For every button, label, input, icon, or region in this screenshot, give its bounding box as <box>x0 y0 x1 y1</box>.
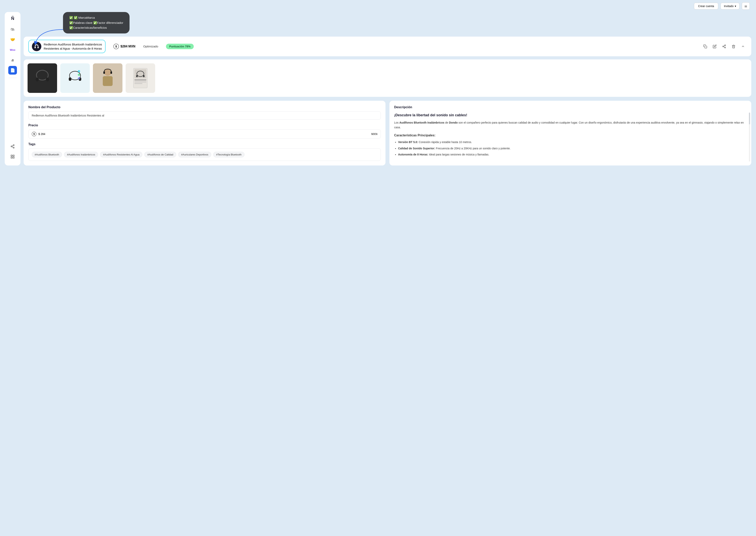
product-image-4[interactable] <box>125 63 155 93</box>
sidebar-item-panel[interactable] <box>8 153 17 161</box>
filter-icon: ⚌ <box>744 4 747 8</box>
price-icon: $ <box>114 44 119 49</box>
sidebar-item-document[interactable]: 📄 <box>8 66 17 75</box>
delete-button[interactable] <box>730 43 737 50</box>
crear-cuenta-button[interactable]: Crear cuenta <box>694 3 718 10</box>
svg-point-13 <box>723 46 724 47</box>
tags-label: Tags <box>28 143 381 146</box>
svg-rect-11 <box>705 46 707 48</box>
copy-button[interactable] <box>702 43 709 50</box>
svg-point-27 <box>78 70 80 72</box>
collapse-button[interactable] <box>739 43 746 50</box>
document-icon: 📄 <box>10 68 15 73</box>
precio-label: Precio <box>28 123 381 127</box>
scrollbar-thumb <box>749 113 750 124</box>
svg-line-4 <box>12 146 13 146</box>
svg-rect-40 <box>134 82 146 83</box>
sidebar-item-amazon[interactable]: a <box>8 56 17 64</box>
tooltip-line3: ✅Características/beneficios <box>69 25 123 30</box>
product-header: Redlemon Audífonos Bluetooth Inalámbrico… <box>24 37 751 56</box>
description-content: ¡Descubre la libertad del sonido sin cab… <box>394 112 746 157</box>
header-actions <box>702 43 746 50</box>
left-panel: Nombre del Producto Precio $ $ 284 MXN T… <box>24 101 386 165</box>
content-area: ✅ ✅ MarcaMarca ✅Palabras clave ✅Factor d… <box>24 12 751 165</box>
feature-3: Autonomía de 8 Horas: Ideal para largas … <box>398 152 746 157</box>
desc-headline: ¡Descubre la libertad del sonido sin cab… <box>394 112 746 118</box>
chevron-down-icon: ▾ <box>735 5 736 8</box>
edit-button[interactable] <box>711 43 718 50</box>
sidebar-item-woo[interactable]: Woo <box>8 46 17 54</box>
tag-6[interactable]: #Tecnología Bluetooth <box>213 152 245 157</box>
product-image-2[interactable] <box>60 63 90 93</box>
nombre-label: Nombre del Producto <box>28 106 381 109</box>
amazon-icon: a <box>12 58 14 62</box>
product-image-3[interactable] <box>93 63 122 93</box>
svg-point-20 <box>36 78 39 82</box>
svg-rect-8 <box>11 157 12 158</box>
svg-point-25 <box>69 77 71 81</box>
share-button[interactable] <box>721 43 728 50</box>
score-badge: Puntuación 78% <box>166 44 193 49</box>
precio-input-row: $ $ 284 MXN <box>28 129 381 139</box>
svg-point-14 <box>725 47 726 48</box>
svg-rect-6 <box>13 155 14 156</box>
tag-5[interactable]: #Auriculares Deportivos <box>178 152 211 157</box>
tooltip-line1: ✅ ✅ MarcaMarca <box>69 15 123 20</box>
svg-rect-31 <box>103 76 113 86</box>
right-panel: Descripción ¡Descubre la libertad del so… <box>390 101 751 165</box>
sidebar-logo: Ñ <box>11 16 14 21</box>
sidebar-item-handshake[interactable]: 🤝 <box>8 35 17 44</box>
sidebar: Ñ 🛍 🤝 Woo a 📄 <box>5 12 20 165</box>
tag-3[interactable]: #Audífonos Resistentes Al Agua <box>100 152 142 157</box>
tag-2[interactable]: #Audífonos Inalámbricos <box>64 152 98 157</box>
product-images <box>24 59 751 97</box>
svg-rect-7 <box>13 157 14 158</box>
product-image-1[interactable] <box>27 63 57 93</box>
svg-rect-39 <box>134 79 146 81</box>
svg-point-29 <box>78 77 80 80</box>
sidebar-item-share[interactable] <box>8 143 17 151</box>
invitado-label: Invitado <box>724 5 734 8</box>
svg-line-15 <box>724 47 725 47</box>
tag-1[interactable]: #Audífonos Bluetooth <box>32 152 62 157</box>
description-title: Descripción <box>394 106 746 109</box>
svg-rect-37 <box>136 75 138 77</box>
svg-rect-33 <box>111 71 112 74</box>
nombre-input[interactable] <box>28 111 381 119</box>
tooltip-bubble: ✅ ✅ MarcaMarca ✅Palabras clave ✅Factor d… <box>63 12 129 33</box>
precio-value: $ 284 <box>38 132 369 136</box>
tag-4[interactable]: #Audífonos de Calidad <box>144 152 176 157</box>
precio-currency: MXN <box>371 132 377 136</box>
woo-label: Woo <box>10 49 16 51</box>
svg-rect-41 <box>134 83 142 84</box>
svg-point-0 <box>13 145 15 146</box>
svg-point-12 <box>725 45 726 46</box>
features-list: Versión BT 5.0: Conexión rápida y establ… <box>394 140 746 157</box>
sidebar-item-shopify[interactable]: 🛍 <box>8 25 17 34</box>
price-text: $284 MXN <box>120 45 135 48</box>
svg-point-21 <box>46 78 49 82</box>
filter-button[interactable]: ⚌ <box>742 2 750 10</box>
svg-rect-32 <box>103 71 105 74</box>
svg-point-1 <box>11 146 12 147</box>
invitado-button[interactable]: Invitado ▾ <box>721 3 739 10</box>
svg-line-16 <box>724 46 725 46</box>
panel-icon <box>11 154 15 160</box>
details-grid: Nombre del Producto Precio $ $ 284 MXN T… <box>24 101 751 165</box>
feature-1: Versión BT 5.0: Conexión rápida y establ… <box>398 140 746 145</box>
shopify-icon: 🛍 <box>11 27 15 32</box>
feature-2: Calidad de Sonido Superior: Frecuencia d… <box>398 146 746 151</box>
scrollbar-track[interactable] <box>749 113 750 161</box>
precio-icon: $ <box>32 132 36 136</box>
price-section: $ $284 MXN <box>114 44 135 49</box>
handshake-icon: 🤝 <box>10 37 15 42</box>
desc-intro: Los Audífonos Bluetooth Inalámbricos de … <box>394 120 746 130</box>
tags-container: #Audífonos Bluetooth #Audífonos Inalámbr… <box>28 149 381 161</box>
svg-rect-5 <box>11 155 12 156</box>
svg-point-2 <box>13 147 15 149</box>
share-icon <box>11 144 15 150</box>
svg-point-28 <box>78 74 80 76</box>
features-title: Características Principales: <box>394 133 746 138</box>
optimized-status: Optimizado <box>143 45 158 48</box>
svg-rect-38 <box>143 75 145 77</box>
